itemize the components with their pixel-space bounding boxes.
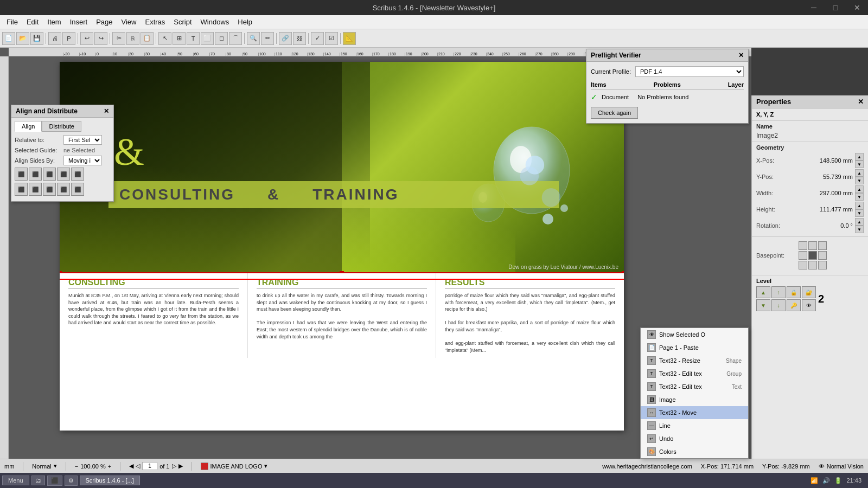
cut-button[interactable]: ✂ <box>112 32 125 45</box>
align-left-btn[interactable]: ⬛ <box>15 168 28 181</box>
align-sides-select[interactable]: Moving i <box>63 156 102 165</box>
bp-bl[interactable] <box>799 261 807 269</box>
bp-tr[interactable] <box>818 241 827 250</box>
rotation-up[interactable]: ▲ <box>855 218 864 226</box>
bp-br[interactable] <box>818 261 827 269</box>
taskbar-files-btn[interactable]: 🗂 <box>31 476 45 485</box>
ctx-text32-move[interactable]: ↔ Text32 - Move <box>641 406 748 419</box>
page-next-btn[interactable]: ▶ <box>178 463 183 470</box>
level-down-btn[interactable]: ↓ <box>771 299 786 311</box>
redo-button[interactable]: ↪ <box>94 32 107 45</box>
align-right-btn[interactable]: ⬛ <box>43 168 56 181</box>
level-lock2-btn[interactable]: 🔐 <box>802 286 816 298</box>
eyedropper-tool[interactable]: ✏ <box>261 32 274 45</box>
zoom-out-btn[interactable]: − <box>75 463 78 470</box>
close-button[interactable]: ✕ <box>846 0 868 15</box>
consulting-col[interactable]: CONSULTING Munich at 8:35 P.M., on 1st M… <box>60 273 248 358</box>
page-prev2-btn[interactable]: ◁ <box>136 463 140 470</box>
distribute-h-btn[interactable]: ⬛ <box>29 183 42 196</box>
rotation-down[interactable]: ▼ <box>855 226 864 233</box>
pdf-button[interactable]: P <box>62 32 75 45</box>
level-lock3-btn[interactable]: 🔑 <box>787 299 801 311</box>
menu-file[interactable]: File <box>2 17 22 27</box>
profile-select[interactable]: PDF 1.4 PDF 1.5 <box>635 66 744 77</box>
props-close[interactable]: ✕ <box>858 98 864 106</box>
page-next2-btn[interactable]: ▷ <box>172 463 176 470</box>
ctx-text32-edit2[interactable]: T Text32 - Edit tex Text <box>641 380 748 393</box>
ypos-down[interactable]: ▼ <box>855 177 864 184</box>
level-up-btn[interactable]: ↑ <box>771 286 786 298</box>
level-top-btn[interactable]: ▲ <box>756 286 770 298</box>
menu-page[interactable]: Page <box>92 17 117 27</box>
undo-button[interactable]: ↩ <box>80 32 93 45</box>
menu-extras[interactable]: Extras <box>141 17 170 27</box>
ctx-colors[interactable]: 🎨 Colors <box>641 445 748 458</box>
menu-help[interactable]: Help <box>233 17 257 27</box>
relative-to-select[interactable]: First Sel Last Sel Page <box>63 135 102 145</box>
menu-item[interactable]: Item <box>43 17 65 27</box>
page-input[interactable] <box>142 462 157 470</box>
ctx-text32-resize[interactable]: T Text32 - Resize Shape <box>641 354 748 367</box>
minimize-button[interactable]: ─ <box>803 0 825 15</box>
paste-button[interactable]: 📋 <box>141 32 154 45</box>
align-top-btn[interactable]: ⬛ <box>57 168 70 181</box>
shape-tool[interactable]: ◻ <box>215 32 228 45</box>
select-tool[interactable]: ↖ <box>158 32 171 45</box>
align-panel-close[interactable]: ✕ <box>104 107 109 115</box>
save-button[interactable]: 💾 <box>30 32 43 45</box>
xpos-up[interactable]: ▲ <box>855 153 864 160</box>
height-up[interactable]: ▲ <box>855 202 864 209</box>
menu-insert[interactable]: Insert <box>66 17 92 27</box>
text-frame-tool[interactable]: T <box>187 32 200 45</box>
bp-bc[interactable] <box>808 261 817 269</box>
results-col[interactable]: RESULTS porridge of maize flour which th… <box>436 273 624 358</box>
align-center-v-btn[interactable]: ⬛ <box>71 168 84 181</box>
width-down[interactable]: ▼ <box>855 193 864 201</box>
bp-mr[interactable] <box>818 251 827 260</box>
link-tool[interactable]: 🔗 <box>279 32 292 45</box>
taskbar-term-btn[interactable]: ⬛ <box>47 476 62 486</box>
measurements-button[interactable]: 📐 <box>343 32 356 45</box>
bezier-tool[interactable]: ⌒ <box>229 32 242 45</box>
unlink-tool[interactable]: ⛓ <box>293 32 306 45</box>
align-center-h-btn[interactable]: ⬛ <box>29 168 42 181</box>
ctx-undo[interactable]: ↩ Undo <box>641 432 748 445</box>
check-again-button[interactable]: Check again <box>591 107 638 119</box>
select-table-tool[interactable]: ⊞ <box>173 32 186 45</box>
menu-edit[interactable]: Edit <box>22 17 43 27</box>
training-col[interactable]: TRAINING to drink up all the water in my… <box>248 273 436 358</box>
print-button[interactable]: 🖨 <box>48 32 61 45</box>
ctx-page1-paste[interactable]: 📄 Page 1 - Paste <box>641 341 748 354</box>
tab-align[interactable]: Align <box>15 121 42 132</box>
ctx-text32-edit1[interactable]: T Text32 - Edit tex Group <box>641 367 748 380</box>
copy-button[interactable]: ⎘ <box>126 32 139 45</box>
bp-ml[interactable] <box>799 251 807 260</box>
bp-tc[interactable] <box>808 241 817 250</box>
level-bottom-btn[interactable]: ▼ <box>756 299 770 311</box>
width-up[interactable]: ▲ <box>855 185 864 193</box>
menu-script[interactable]: Script <box>169 17 196 27</box>
align-extra-btn1[interactable]: ⬛ <box>57 183 70 196</box>
maximize-button[interactable]: □ <box>825 0 846 15</box>
taskbar-scribus-btn[interactable]: Scribus 1.4.6 - [...] <box>80 476 140 485</box>
ctx-show-selected[interactable]: 👁 Show Selected O <box>641 328 748 341</box>
zoom-control[interactable]: − 100.00 % + <box>75 463 111 470</box>
new-button[interactable]: 📄 <box>2 32 15 45</box>
open-button[interactable]: 📂 <box>16 32 29 45</box>
pdf-export-button[interactable]: ☑ <box>325 32 338 45</box>
page-prev-btn[interactable]: ◀ <box>129 463 133 470</box>
bp-tl[interactable] <box>799 241 807 250</box>
level-vis-btn[interactable]: 👁 <box>802 299 816 311</box>
ypos-up[interactable]: ▲ <box>855 169 864 177</box>
xpos-down[interactable]: ▼ <box>855 160 864 168</box>
ctx-image[interactable]: 🖼 Image <box>641 393 748 406</box>
height-down[interactable]: ▼ <box>855 209 864 217</box>
align-extra-btn2[interactable]: ⬛ <box>71 183 84 196</box>
preflight-close[interactable]: ✕ <box>738 52 744 59</box>
ctx-line[interactable]: — Line <box>641 419 748 432</box>
tab-distribute[interactable]: Distribute <box>42 121 81 132</box>
taskbar-system-btn[interactable]: ⚙ <box>65 476 78 486</box>
layer-indicator[interactable]: IMAGE AND LOGO ▾ <box>201 463 268 470</box>
level-lock1-btn[interactable]: 🔒 <box>787 286 801 298</box>
header-banner[interactable]: CONSULTING & TRAINING <box>108 181 559 208</box>
